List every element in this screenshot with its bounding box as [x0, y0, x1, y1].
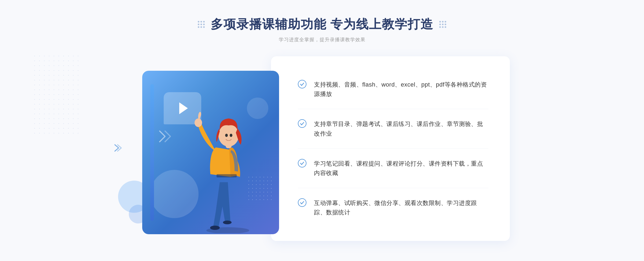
svg-point-15 [439, 26, 441, 28]
feature-item-2: 支持章节目录、弹题考试、课后练习、课后作业、章节测验、批改作业 [298, 109, 488, 148]
feature-text-3: 学习笔记回看、课程提问、课程评论打分、课件资料下载，重点内容收藏 [314, 159, 488, 178]
illustration-section [134, 63, 279, 234]
svg-point-12 [439, 24, 441, 25]
person-figure [185, 94, 271, 234]
svg-point-9 [439, 21, 441, 23]
svg-point-17 [445, 26, 446, 28]
title-row: 多项录播课辅助功能 专为线上教学打造 [197, 16, 447, 33]
svg-point-7 [200, 26, 202, 28]
feature-item-1: 支持视频、音频、flash、word、excel、ppt、pdf等各种格式的资源… [298, 70, 488, 109]
svg-point-6 [198, 26, 199, 28]
svg-point-24 [225, 134, 228, 137]
feature-item-4: 互动弹幕、试听购买、微信分享、观看次数限制、学习进度跟踪、数据统计 [298, 188, 488, 227]
svg-point-16 [442, 26, 444, 28]
svg-point-11 [445, 21, 446, 23]
page-wrapper: // Will be rendered via inline dots [0, 0, 644, 261]
svg-point-14 [445, 24, 446, 25]
feature-text-4: 互动弹幕、试听购买、微信分享、观看次数限制、学习进度跟踪、数据统计 [314, 198, 488, 217]
svg-point-20 [223, 221, 232, 224]
left-arrows [113, 143, 123, 154]
illustration-bg [142, 71, 279, 234]
feature-item-3: 学习笔记回看、课程提问、课程评论打分、课件资料下载，重点内容收藏 [298, 149, 488, 188]
check-icon-4 [298, 198, 306, 207]
feature-text-1: 支持视频、音频、flash、word、excel、ppt、pdf等各种格式的资源… [314, 80, 488, 99]
check-icon-3 [298, 159, 306, 167]
svg-point-8 [203, 26, 205, 28]
features-card: 支持视频、音频、flash、word、excel、ppt、pdf等各种格式的资源… [271, 56, 510, 241]
svg-point-1 [200, 21, 202, 23]
svg-rect-26 [217, 174, 237, 177]
svg-point-0 [198, 21, 199, 23]
svg-point-23 [218, 124, 239, 147]
left-decorative-dots [197, 20, 205, 28]
svg-point-25 [230, 134, 232, 137]
deco-lines [158, 130, 174, 144]
blue-strip [150, 84, 154, 221]
check-icon-1 [298, 80, 306, 88]
right-decorative-dots [439, 20, 447, 28]
svg-point-13 [442, 24, 444, 25]
content-area: 支持视频、音频、flash、word、excel、ppt、pdf等各种格式的资源… [134, 56, 510, 241]
main-title: 多项录播课辅助功能 专为线上教学打造 [211, 16, 434, 33]
svg-point-2 [203, 21, 205, 23]
chevron-right-icon [113, 143, 123, 153]
svg-point-21 [195, 118, 202, 127]
check-icon-2 [298, 119, 306, 128]
svg-point-19 [210, 226, 220, 230]
sub-title: 学习进度全掌握，提升录播课教学效果 [279, 36, 365, 43]
bg-dots-left: // Will be rendered via inline dots [27, 59, 70, 134]
svg-point-4 [200, 24, 202, 25]
feature-text-2: 支持章节目录、弹题考试、课后练习、课后作业、章节测验、批改作业 [314, 119, 488, 138]
header-section: 多项录播课辅助功能 专为线上教学打造 学习进度全掌握，提升录播课教学效果 [197, 16, 447, 43]
svg-point-3 [198, 24, 199, 25]
svg-point-5 [203, 24, 205, 25]
svg-point-10 [442, 21, 444, 23]
